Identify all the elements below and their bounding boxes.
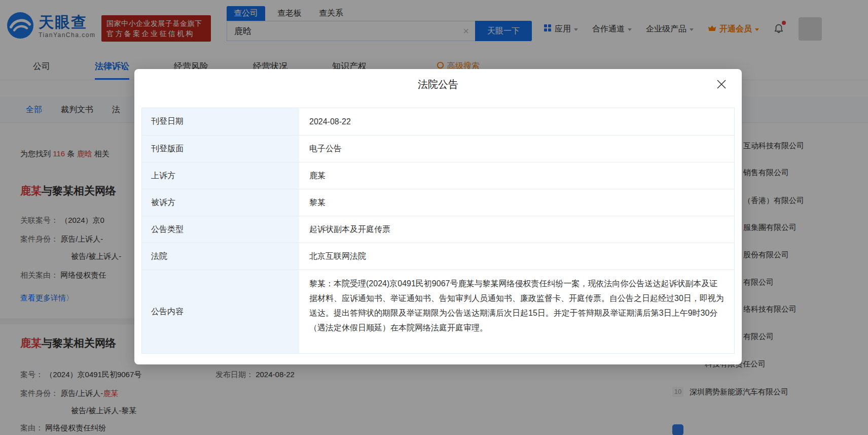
- row-value: 黎某：本院受理(2024)京0491民初9067号鹿某与黎某网络侵权责任纠纷一案…: [299, 270, 734, 353]
- table-row: 刊登日期 2024-08-22: [142, 108, 734, 135]
- table-row: 公告类型 起诉状副本及开庭传票: [142, 216, 734, 243]
- row-value: 黎某: [299, 189, 734, 216]
- row-label: 上诉方: [142, 162, 299, 189]
- row-label: 刊登版面: [142, 136, 299, 162]
- row-value: 北京互联网法院: [299, 243, 734, 270]
- row-label: 公告内容: [142, 270, 299, 353]
- table-row: 法院 北京互联网法院: [142, 243, 734, 270]
- table-row-content: 公告内容 黎某：本院受理(2024)京0491民初9067号鹿某与黎某网络侵权责…: [142, 270, 734, 353]
- table-row: 被诉方 黎某: [142, 189, 734, 216]
- modal-title: 法院公告: [134, 78, 742, 91]
- table-row: 刊登版面 电子公告: [142, 135, 734, 162]
- row-value: 鹿某: [299, 162, 734, 189]
- announcement-table: 刊登日期 2024-08-22 刊登版面 电子公告 上诉方 鹿某 被诉方 黎某 …: [141, 108, 735, 354]
- close-icon[interactable]: [715, 78, 728, 90]
- row-label: 法院: [142, 243, 299, 270]
- row-label: 公告类型: [142, 216, 299, 243]
- row-value: 起诉状副本及开庭传票: [299, 216, 734, 243]
- row-value: 2024-08-22: [299, 108, 734, 135]
- table-row: 上诉方 鹿某: [142, 162, 734, 189]
- tianyancha-page: 天眼查 TianYanCha.com 国家中小企业发展子基金旗下 官方备案企业征…: [0, 0, 868, 435]
- row-value: 电子公告: [299, 136, 734, 162]
- row-label: 被诉方: [142, 189, 299, 216]
- row-label: 刊登日期: [142, 108, 299, 135]
- court-announcement-modal: 法院公告 刊登日期 2024-08-22 刊登版面 电子公告 上诉方 鹿某 被诉…: [134, 69, 742, 364]
